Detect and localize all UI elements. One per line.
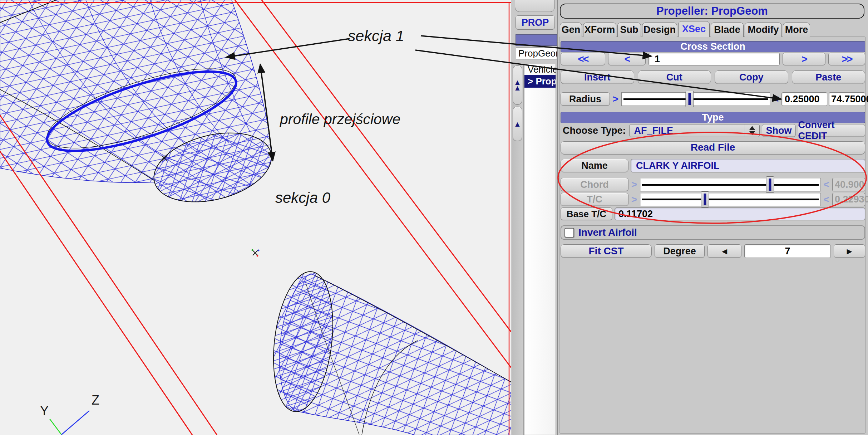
airfoil-name-field[interactable]: CLARK Y AIRFOIL [631, 159, 865, 172]
move-geom-up-button[interactable]: ▲ [513, 107, 522, 141]
tab-gen[interactable]: Gen [560, 23, 582, 37]
prev-section-button[interactable]: < [608, 53, 646, 65]
spinner-down-icon [749, 131, 755, 135]
airfoil-type-dropdown[interactable]: AF_FILE [629, 124, 760, 137]
read-file-button[interactable]: Read File [561, 141, 865, 155]
annotation-sekcja-1: sekcja 1 [348, 27, 404, 45]
name-row: Name CLARK Y AIRFOIL [561, 159, 865, 172]
copy-button[interactable]: Copy [715, 70, 788, 84]
tab-modify[interactable]: Modify [745, 23, 782, 37]
tc-slider-handle [701, 191, 709, 207]
left-arrow-icon: ◄ [720, 246, 729, 256]
tc-value-field: 0.22930 [832, 193, 865, 206]
radius-value-field[interactable]: 0.25000 [781, 92, 827, 106]
right-arrow-icon: ► [845, 246, 854, 256]
next-section-button[interactable]: > [783, 53, 825, 65]
geom-list-item-prop[interactable]: > Prop [524, 75, 556, 88]
axis-triad-icon [50, 411, 89, 435]
last-section-button[interactable]: >> [828, 53, 865, 65]
degree-value-field[interactable]: 7 [744, 244, 831, 258]
geom-browser-window: PROP PropGeom ▲ ▲ ▲ Vehicle > Prop [511, 0, 557, 435]
window-title: Propeller: PropGeom [560, 4, 864, 19]
section-edit-row: Insert Cut Copy Paste [561, 70, 865, 84]
fit-cst-row: Fit CST Degree ◄ 7 ► [561, 244, 865, 258]
move-geom-top-button[interactable]: ▲ ▲ [513, 65, 522, 105]
tab-blade[interactable]: Blade [711, 23, 744, 37]
chord-value-field: 40.900 [832, 178, 865, 191]
name-label-button: Name [561, 159, 628, 172]
radius-remaining-field[interactable]: 74.75000 [829, 92, 865, 106]
first-section-button[interactable]: << [561, 53, 605, 65]
insert-button[interactable]: Insert [561, 70, 634, 84]
chord-slider-row: Chord > < 40.900 [561, 178, 865, 191]
active-geom-name-field[interactable]: PropGeom [516, 47, 557, 59]
invert-airfoil-checkbox[interactable] [564, 228, 574, 238]
airfoil-type-value: AF_FILE [630, 124, 745, 137]
axis-z-label: Z [92, 393, 99, 408]
tc-adjust-right-icon: < [822, 193, 831, 206]
tab-xsec[interactable]: XSec [678, 21, 710, 37]
radius-slider-handle[interactable] [686, 91, 694, 107]
geom-list-item-vehicle[interactable]: Vehicle [524, 64, 556, 75]
axis-y-label: Y [40, 404, 49, 419]
show-button[interactable]: Show [762, 124, 795, 137]
radius-slider-row: Radius > < 0.25000 74.75000 [561, 92, 865, 106]
propeller-wireframe [0, 0, 511, 435]
base-tc-row: Base T/C 0.11702 [561, 207, 865, 220]
tab-xform[interactable]: XForm [583, 23, 616, 37]
3d-viewport[interactable]: Y Z sekcja 1 profile przejściowe sekcja … [0, 0, 511, 435]
convert-cedit-button[interactable]: Convert CEDIT [798, 124, 865, 137]
double-up-triangle-icon: ▲ [514, 85, 521, 91]
geom-browser-header-bar [516, 34, 557, 46]
geom-browser-top-button[interactable] [515, 0, 555, 12]
invert-airfoil-group: Invert Airfoil [561, 225, 865, 240]
rotation-center-icon [252, 249, 260, 257]
blade-1-wireframe [0, 0, 279, 213]
tab-sub[interactable]: Sub [617, 23, 641, 37]
chord-adjust-left-icon: > [630, 178, 638, 191]
annotation-profile-przejsciowe: profile przejściowe [280, 111, 400, 128]
radius-slider[interactable] [621, 92, 770, 106]
cut-button[interactable]: Cut [638, 70, 711, 84]
geom-type-button[interactable]: PROP [516, 15, 555, 30]
radius-adjust-left-icon[interactable]: > [611, 92, 620, 106]
degree-increment-button[interactable]: ► [834, 244, 865, 258]
invert-airfoil-label: Invert Airfoil [578, 227, 637, 238]
cross-section-nav-row: << < 1 > >> [561, 53, 865, 65]
radius-label-button[interactable]: Radius [561, 92, 610, 106]
tab-more[interactable]: More [783, 23, 810, 37]
chord-slider-handle [766, 176, 774, 193]
blade-2-wireframe [266, 268, 511, 435]
tc-label-button: T/C [561, 193, 628, 206]
propgeom-xsec-window: Propeller: PropGeom Gen XForm Sub Design… [557, 0, 868, 435]
tc-slider [640, 193, 821, 206]
geom-list[interactable]: Vehicle > Prop [524, 64, 556, 435]
radius-adjust-right-icon[interactable]: < [771, 92, 780, 106]
degree-label-button: Degree [655, 244, 705, 258]
tc-slider-row: T/C > < 0.22930 [561, 193, 865, 206]
tab-design[interactable]: Design [642, 23, 677, 37]
section-index-input[interactable]: 1 [648, 53, 780, 65]
cross-section-header: Cross Section [561, 41, 865, 52]
chord-label-button: Chord [561, 178, 628, 191]
base-tc-value-field[interactable]: 0.11702 [615, 207, 865, 220]
chord-slider [640, 178, 821, 191]
tc-adjust-left-icon: > [630, 193, 638, 206]
paste-button[interactable]: Paste [792, 70, 865, 84]
degree-decrement-button[interactable]: ◄ [707, 244, 741, 258]
tab-bar: Gen XForm Sub Design XSec Blade Modify M… [560, 22, 810, 37]
choice-spinner[interactable] [745, 124, 759, 137]
up-triangle-icon: ▲ [514, 121, 521, 127]
base-tc-label-button: Base T/C [561, 207, 612, 220]
fit-cst-button[interactable]: Fit CST [561, 244, 652, 258]
spinner-up-icon [749, 126, 755, 130]
choose-type-row: Choose Type: AF_FILE Show Convert CEDIT [561, 124, 865, 137]
choose-type-label: Choose Type: [561, 124, 627, 137]
chord-adjust-right-icon: < [822, 178, 831, 191]
annotation-sekcja-0: sekcja 0 [275, 189, 330, 206]
